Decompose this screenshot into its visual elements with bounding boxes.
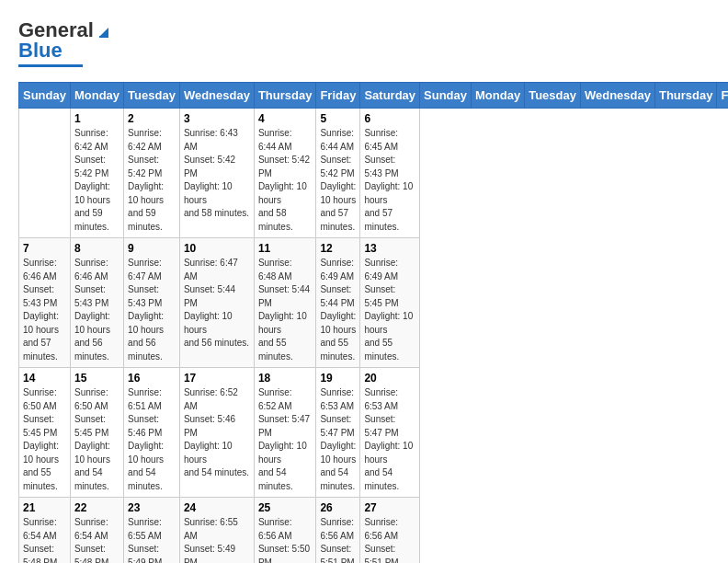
col-header-sunday: Sunday xyxy=(420,83,472,109)
day-info: Sunrise: 6:52 AM Sunset: 5:46 PM Dayligh… xyxy=(184,386,250,480)
header-saturday: Saturday xyxy=(360,83,420,109)
day-info: Sunrise: 6:42 AM Sunset: 5:42 PM Dayligh… xyxy=(128,127,176,234)
day-number: 18 xyxy=(258,372,313,385)
day-number: 17 xyxy=(184,372,250,385)
day-number: 19 xyxy=(320,372,356,385)
day-info: Sunrise: 6:54 AM Sunset: 5:48 PM Dayligh… xyxy=(74,516,119,563)
day-number: 25 xyxy=(258,501,313,514)
week-row-2: 7Sunrise: 6:46 AM Sunset: 5:43 PM Daylig… xyxy=(19,238,729,368)
calendar-cell: 26Sunrise: 6:56 AM Sunset: 5:51 PM Dayli… xyxy=(316,498,360,564)
calendar-cell: 19Sunrise: 6:53 AM Sunset: 5:47 PM Dayli… xyxy=(316,368,360,498)
day-number: 13 xyxy=(364,242,415,255)
day-info: Sunrise: 6:50 AM Sunset: 5:45 PM Dayligh… xyxy=(23,386,66,493)
day-info: Sunrise: 6:54 AM Sunset: 5:48 PM Dayligh… xyxy=(23,516,66,563)
header-monday: Monday xyxy=(70,83,123,109)
day-number: 20 xyxy=(364,372,415,385)
day-number: 6 xyxy=(364,112,415,125)
calendar-cell: 22Sunrise: 6:54 AM Sunset: 5:48 PM Dayli… xyxy=(70,498,123,564)
calendar-cell: 13Sunrise: 6:49 AM Sunset: 5:45 PM Dayli… xyxy=(360,238,420,368)
day-number: 21 xyxy=(23,501,66,514)
calendar-cell: 17Sunrise: 6:52 AM Sunset: 5:46 PM Dayli… xyxy=(179,368,254,498)
calendar-cell: 9Sunrise: 6:47 AM Sunset: 5:43 PM Daylig… xyxy=(124,238,180,368)
calendar-cell: 15Sunrise: 6:50 AM Sunset: 5:45 PM Dayli… xyxy=(70,368,123,498)
day-number: 26 xyxy=(320,501,356,514)
day-number: 2 xyxy=(128,112,176,125)
calendar-cell: 21Sunrise: 6:54 AM Sunset: 5:48 PM Dayli… xyxy=(19,498,71,564)
day-info: Sunrise: 6:44 AM Sunset: 5:42 PM Dayligh… xyxy=(320,127,356,234)
day-info: Sunrise: 6:51 AM Sunset: 5:46 PM Dayligh… xyxy=(128,386,176,493)
col-header-thursday: Thursday xyxy=(654,83,717,109)
day-info: Sunrise: 6:53 AM Sunset: 5:47 PM Dayligh… xyxy=(320,386,356,493)
col-header-friday: Friday xyxy=(717,83,728,109)
calendar-cell: 2Sunrise: 6:42 AM Sunset: 5:42 PM Daylig… xyxy=(124,109,180,238)
day-info: Sunrise: 6:49 AM Sunset: 5:44 PM Dayligh… xyxy=(320,257,356,363)
col-header-wednesday: Wednesday xyxy=(580,83,654,109)
header-thursday: Thursday xyxy=(254,83,316,109)
day-number: 8 xyxy=(74,242,119,255)
calendar-cell: 14Sunrise: 6:50 AM Sunset: 5:45 PM Dayli… xyxy=(19,368,71,498)
day-number: 23 xyxy=(128,501,176,514)
calendar-cell: 23Sunrise: 6:55 AM Sunset: 5:49 PM Dayli… xyxy=(124,498,180,564)
week-row-4: 21Sunrise: 6:54 AM Sunset: 5:48 PM Dayli… xyxy=(19,498,729,564)
day-info: Sunrise: 6:47 AM Sunset: 5:43 PM Dayligh… xyxy=(128,257,176,363)
day-info: Sunrise: 6:55 AM Sunset: 5:49 PM Dayligh… xyxy=(128,516,176,563)
logo-blue: Blue xyxy=(18,39,63,63)
header-wednesday: Wednesday xyxy=(179,83,254,109)
svg-marker-0 xyxy=(99,28,108,37)
calendar-header-row: SundayMondayTuesdayWednesdayThursdayFrid… xyxy=(19,83,729,109)
day-info: Sunrise: 6:47 AM Sunset: 5:44 PM Dayligh… xyxy=(184,257,250,350)
calendar-cell: 7Sunrise: 6:46 AM Sunset: 5:43 PM Daylig… xyxy=(19,238,71,368)
calendar-cell: 8Sunrise: 6:46 AM Sunset: 5:43 PM Daylig… xyxy=(70,238,123,368)
header-friday: Friday xyxy=(316,83,360,109)
calendar-cell: 1Sunrise: 6:42 AM Sunset: 5:42 PM Daylig… xyxy=(70,109,123,238)
day-number: 5 xyxy=(320,112,356,125)
day-number: 15 xyxy=(74,372,119,385)
day-number: 10 xyxy=(184,242,250,255)
calendar-cell: 16Sunrise: 6:51 AM Sunset: 5:46 PM Dayli… xyxy=(124,368,180,498)
header-sunday: Sunday xyxy=(19,83,71,109)
day-info: Sunrise: 6:43 AM Sunset: 5:42 PM Dayligh… xyxy=(184,127,250,221)
calendar-cell: 24Sunrise: 6:55 AM Sunset: 5:49 PM Dayli… xyxy=(179,498,254,564)
week-row-1: 1Sunrise: 6:42 AM Sunset: 5:42 PM Daylig… xyxy=(19,109,729,238)
day-info: Sunrise: 6:44 AM Sunset: 5:42 PM Dayligh… xyxy=(258,127,313,234)
day-info: Sunrise: 6:52 AM Sunset: 5:47 PM Dayligh… xyxy=(258,386,313,493)
calendar-cell: 27Sunrise: 6:56 AM Sunset: 5:51 PM Dayli… xyxy=(360,498,420,564)
day-info: Sunrise: 6:56 AM Sunset: 5:51 PM Dayligh… xyxy=(364,516,415,563)
calendar-cell: 6Sunrise: 6:45 AM Sunset: 5:43 PM Daylig… xyxy=(360,109,420,238)
day-info: Sunrise: 6:56 AM Sunset: 5:51 PM Dayligh… xyxy=(320,516,356,563)
day-number: 16 xyxy=(128,372,176,385)
calendar-cell: 18Sunrise: 6:52 AM Sunset: 5:47 PM Dayli… xyxy=(254,368,316,498)
calendar-cell: 20Sunrise: 6:53 AM Sunset: 5:47 PM Dayli… xyxy=(360,368,420,498)
day-number: 11 xyxy=(258,242,313,255)
col-header-tuesday: Tuesday xyxy=(525,83,581,109)
day-info: Sunrise: 6:56 AM Sunset: 5:50 PM Dayligh… xyxy=(258,516,313,563)
day-number: 22 xyxy=(74,501,119,514)
logo: General Blue xyxy=(18,18,112,67)
calendar-cell: 25Sunrise: 6:56 AM Sunset: 5:50 PM Dayli… xyxy=(254,498,316,564)
calendar-cell: 4Sunrise: 6:44 AM Sunset: 5:42 PM Daylig… xyxy=(254,109,316,238)
week-row-3: 14Sunrise: 6:50 AM Sunset: 5:45 PM Dayli… xyxy=(19,368,729,498)
day-info: Sunrise: 6:45 AM Sunset: 5:43 PM Dayligh… xyxy=(364,127,415,234)
calendar-cell: 10Sunrise: 6:47 AM Sunset: 5:44 PM Dayli… xyxy=(179,238,254,368)
day-info: Sunrise: 6:46 AM Sunset: 5:43 PM Dayligh… xyxy=(23,257,66,363)
day-number: 12 xyxy=(320,242,356,255)
logo-underline xyxy=(18,64,83,67)
day-number: 27 xyxy=(364,501,415,514)
page-header: General Blue xyxy=(18,18,710,67)
day-number: 1 xyxy=(74,112,119,125)
day-info: Sunrise: 6:49 AM Sunset: 5:45 PM Dayligh… xyxy=(364,257,415,363)
day-info: Sunrise: 6:55 AM Sunset: 5:49 PM Dayligh… xyxy=(184,516,250,563)
calendar-cell: 3Sunrise: 6:43 AM Sunset: 5:42 PM Daylig… xyxy=(179,109,254,238)
day-info: Sunrise: 6:50 AM Sunset: 5:45 PM Dayligh… xyxy=(74,386,119,493)
day-number: 4 xyxy=(258,112,313,125)
calendar-cell: 12Sunrise: 6:49 AM Sunset: 5:44 PM Dayli… xyxy=(316,238,360,368)
calendar-cell: 5Sunrise: 6:44 AM Sunset: 5:42 PM Daylig… xyxy=(316,109,360,238)
day-number: 14 xyxy=(23,372,66,385)
calendar-cell: 11Sunrise: 6:48 AM Sunset: 5:44 PM Dayli… xyxy=(254,238,316,368)
day-info: Sunrise: 6:48 AM Sunset: 5:44 PM Dayligh… xyxy=(258,257,313,363)
day-info: Sunrise: 6:42 AM Sunset: 5:42 PM Dayligh… xyxy=(74,127,119,234)
day-number: 7 xyxy=(23,242,66,255)
day-number: 3 xyxy=(184,112,250,125)
calendar-table: SundayMondayTuesdayWednesdayThursdayFrid… xyxy=(18,82,728,563)
day-number: 24 xyxy=(184,501,250,514)
